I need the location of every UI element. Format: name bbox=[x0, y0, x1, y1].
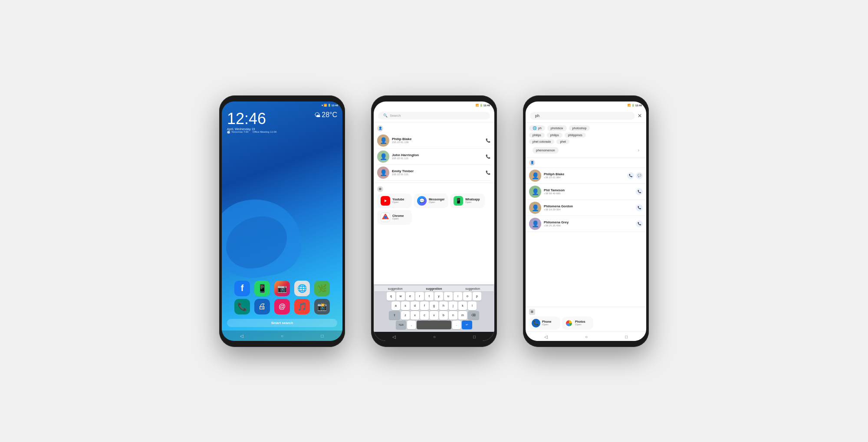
call-btn-philomena-grey[interactable]: 📞 bbox=[636, 220, 643, 227]
msg-btn-philiph[interactable]: 💬 bbox=[636, 172, 643, 179]
key-s[interactable]: s bbox=[401, 301, 410, 310]
photos-app-name: Photos bbox=[575, 320, 585, 323]
key-u[interactable]: u bbox=[444, 292, 453, 301]
actions-philiph: 📞 💬 bbox=[627, 172, 643, 179]
contact-phone-philip: 235 22 01 159 bbox=[392, 141, 482, 144]
call-btn-phil[interactable]: 📞 bbox=[636, 188, 643, 195]
key-f[interactable]: f bbox=[420, 301, 429, 310]
ph-search-input[interactable]: ph bbox=[530, 112, 635, 120]
chip-philippines[interactable]: philippines bbox=[565, 133, 586, 138]
key-w[interactable]: w bbox=[396, 292, 405, 301]
home-button-1[interactable]: ○ bbox=[279, 333, 285, 339]
contact-info-emily: Emily Timber 235 22 01 121 bbox=[392, 169, 482, 176]
home-button-2[interactable]: ○ bbox=[433, 334, 436, 339]
whatsapp-name: Whatsapp bbox=[465, 198, 480, 201]
close-button-3[interactable]: ✕ bbox=[638, 113, 642, 119]
key-p[interactable]: p bbox=[473, 292, 481, 301]
key-b[interactable]: b bbox=[439, 311, 448, 320]
app-photos-3[interactable]: Photos Open bbox=[562, 317, 593, 330]
contact-item-philip[interactable]: 👤 Philip Blake 235 22 01 159 📞 bbox=[377, 133, 491, 149]
app-email[interactable]: @ bbox=[274, 299, 290, 314]
more-arrow-icon[interactable]: › bbox=[638, 148, 639, 153]
call-btn-philomena-gordon[interactable]: 📞 bbox=[636, 204, 643, 211]
key-r[interactable]: r bbox=[415, 292, 424, 301]
key-x[interactable]: x bbox=[411, 311, 419, 320]
key-o[interactable]: o bbox=[463, 292, 472, 301]
key-comma[interactable]: , bbox=[407, 321, 416, 329]
app-whatsapp[interactable]: 📱 bbox=[254, 281, 270, 296]
chip-phet[interactable]: phet bbox=[556, 139, 569, 144]
key-l[interactable]: l bbox=[468, 301, 477, 310]
contact-phil[interactable]: 👤 Phil Tameson +39 58 49 685 📞 bbox=[526, 184, 646, 200]
suggestion-1: suggestion bbox=[388, 287, 403, 290]
key-a[interactable]: a bbox=[391, 301, 400, 310]
back-button-1[interactable]: ◁ bbox=[239, 333, 245, 339]
app-print[interactable]: 🖨 bbox=[254, 299, 270, 314]
app-whatsapp[interactable]: 📱 Whatsapp Open bbox=[450, 193, 485, 208]
home-button-3[interactable]: ○ bbox=[585, 334, 588, 339]
key-backspace[interactable]: ⌫ bbox=[468, 311, 479, 320]
back-button-3[interactable]: ◁ bbox=[544, 334, 548, 339]
contact-item-john[interactable]: 👤 John Harrington 235 22 01 121 📞 bbox=[377, 149, 491, 165]
key-m[interactable]: m bbox=[458, 311, 467, 320]
chip-ph[interactable]: 🌐 ph bbox=[529, 125, 545, 131]
app-chrome[interactable]: Chrome Open bbox=[377, 210, 412, 225]
key-j[interactable]: j bbox=[449, 301, 457, 310]
app-browser[interactable]: 🌐 bbox=[294, 281, 310, 296]
chip-philips-2[interactable]: philips bbox=[547, 133, 562, 138]
contact-philomena-gordon[interactable]: 👤 Philomena Gordon +39 19 29 354 📞 bbox=[526, 200, 646, 216]
app-youtube[interactable]: Youtube Open bbox=[377, 193, 412, 208]
key-shift[interactable]: ⇧ bbox=[389, 311, 400, 320]
key-y[interactable]: y bbox=[434, 292, 443, 301]
key-c[interactable]: c bbox=[420, 311, 429, 320]
call-btn-john[interactable]: 📞 bbox=[485, 154, 491, 160]
key-num[interactable]: ?123 bbox=[396, 321, 406, 329]
app-camera[interactable]: 📸 bbox=[314, 299, 330, 314]
recent-button-2[interactable]: □ bbox=[473, 334, 476, 339]
call-btn-philip[interactable]: 📞 bbox=[485, 138, 491, 144]
key-i[interactable]: i bbox=[454, 292, 462, 301]
contact-philiph[interactable]: 👤 Philiph Blake +39 15 61 984 📞 💬 bbox=[526, 168, 646, 184]
key-e[interactable]: e bbox=[406, 292, 414, 301]
key-h[interactable]: h bbox=[439, 301, 448, 310]
key-v[interactable]: v bbox=[430, 311, 438, 320]
key-t[interactable]: t bbox=[425, 292, 434, 301]
key-n[interactable]: n bbox=[449, 311, 457, 320]
app-messenger[interactable]: 💬 Messenger Open bbox=[414, 193, 448, 208]
contact-name-emily: Emily Timber bbox=[392, 169, 482, 173]
name-phil: Phil Tameson bbox=[544, 188, 633, 192]
actions-philomena-grey: 📞 bbox=[636, 220, 643, 227]
app-phone-3[interactable]: 📞 Phone Open bbox=[529, 317, 560, 330]
messenger-status: Open bbox=[429, 201, 445, 203]
chip-phet-colorado[interactable]: phet colorado bbox=[529, 139, 554, 144]
chip-photoshop[interactable]: photoshop bbox=[569, 125, 590, 131]
app-nature[interactable]: 🌿 bbox=[314, 281, 330, 296]
key-d[interactable]: d bbox=[411, 301, 419, 310]
app-row-1: f 📱 📷 🌐 🌿 bbox=[227, 281, 337, 296]
contact-item-emily[interactable]: 👤 Emily Timber 235 22 01 121 📞 bbox=[377, 165, 491, 181]
chip-photobox[interactable]: photobox bbox=[547, 125, 567, 131]
key-z[interactable]: z bbox=[401, 311, 410, 320]
apps-grid-icon-3: ⊞ bbox=[529, 309, 535, 315]
call-btn-philiph[interactable]: 📞 bbox=[627, 172, 634, 179]
phenomenon-chip[interactable]: phenomenon bbox=[533, 147, 559, 154]
key-g[interactable]: g bbox=[430, 301, 438, 310]
app-facebook[interactable]: f bbox=[234, 281, 250, 296]
wifi-icon: ▾ bbox=[322, 104, 323, 107]
key-period[interactable]: . bbox=[452, 321, 461, 329]
back-button-2[interactable]: ◁ bbox=[392, 334, 396, 339]
recent-button-1[interactable]: □ bbox=[319, 333, 326, 339]
key-k[interactable]: k bbox=[458, 301, 467, 310]
chip-philips-1[interactable]: philips bbox=[529, 133, 545, 138]
app-music[interactable]: 🎵 bbox=[294, 299, 310, 314]
recent-button-3[interactable]: □ bbox=[625, 334, 628, 339]
app-instagram[interactable]: 📷 bbox=[274, 281, 290, 296]
call-btn-emily[interactable]: 📞 bbox=[485, 170, 491, 176]
search-input-container[interactable]: 🔍 Search bbox=[378, 112, 490, 119]
key-space[interactable] bbox=[417, 321, 451, 329]
smart-search[interactable]: Smart search bbox=[227, 319, 337, 327]
key-enter[interactable]: ↵ bbox=[462, 321, 472, 329]
key-q[interactable]: q bbox=[387, 292, 395, 301]
app-phone[interactable]: 📞 bbox=[234, 299, 250, 314]
contact-philomena-grey[interactable]: 👤 Philomena Grey +39 25 35 456 📞 bbox=[526, 216, 646, 232]
